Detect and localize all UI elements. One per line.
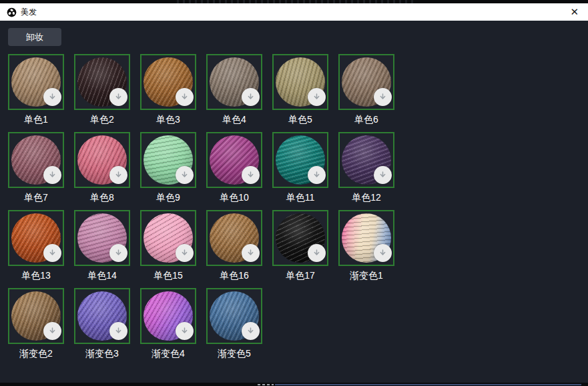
hair-color-swatch[interactable] (140, 210, 196, 266)
hair-color-label: 单色5 (272, 113, 328, 125)
hair-color-swatch[interactable] (74, 288, 130, 344)
hair-color-swatch[interactable] (74, 132, 130, 188)
download-icon[interactable] (109, 322, 127, 340)
hair-color-item: 单色10 (206, 132, 262, 203)
hair-color-label: 单色1 (8, 113, 64, 125)
hair-color-item: 单色14 (74, 210, 130, 281)
hair-color-label: 渐变色2 (8, 347, 64, 359)
remove-makeup-button[interactable]: 卸妆 (8, 28, 61, 46)
hair-color-swatch[interactable] (206, 54, 262, 110)
hair-color-item: 单色12 (338, 132, 394, 203)
hair-color-swatch[interactable] (140, 288, 196, 344)
hair-color-swatch[interactable] (8, 288, 64, 344)
close-icon[interactable]: ✕ (569, 3, 580, 21)
hair-color-swatch[interactable] (140, 54, 196, 110)
underlying-window-pixels (177, 0, 417, 3)
download-icon[interactable] (43, 166, 61, 184)
download-icon[interactable] (109, 88, 127, 106)
underlying-accent-line (275, 384, 581, 385)
hair-color-swatch[interactable] (140, 132, 196, 188)
hair-color-swatch[interactable] (74, 210, 130, 266)
hair-color-item: 单色1 (8, 54, 64, 125)
hair-color-label: 单色14 (74, 269, 130, 281)
hair-color-label: 渐变色1 (338, 269, 394, 281)
hair-color-label: 单色11 (272, 191, 328, 203)
hair-color-swatch[interactable] (272, 54, 328, 110)
hair-color-label: 单色2 (74, 113, 130, 125)
hair-color-item: 单色3 (140, 54, 196, 125)
hair-color-item: 渐变色2 (8, 288, 64, 359)
hair-color-swatch[interactable] (206, 210, 262, 266)
download-icon[interactable] (176, 322, 194, 340)
hair-color-item: 渐变色4 (140, 288, 196, 359)
download-icon[interactable] (374, 88, 392, 106)
hair-color-item: 单色17 (272, 210, 328, 281)
hair-color-swatch[interactable] (338, 210, 394, 266)
hair-color-label: 单色16 (206, 269, 262, 281)
hair-color-swatch[interactable] (206, 132, 262, 188)
download-icon[interactable] (43, 244, 61, 262)
hair-color-swatch[interactable] (206, 288, 262, 344)
hair-color-item: 单色9 (140, 132, 196, 203)
download-icon[interactable] (176, 88, 194, 106)
hair-color-swatch[interactable] (8, 54, 64, 110)
download-icon[interactable] (308, 88, 326, 106)
hair-color-label: 单色10 (206, 191, 262, 203)
hair-color-label: 单色8 (74, 191, 130, 203)
hair-color-item: 单色6 (338, 54, 394, 125)
hair-color-item: 单色4 (206, 54, 262, 125)
dialog-titlebar: 美发 ✕ (0, 3, 588, 21)
hair-color-swatch[interactable] (338, 54, 394, 110)
hair-color-item: 单色11 (272, 132, 328, 203)
download-icon[interactable] (109, 166, 127, 184)
download-icon[interactable] (308, 244, 326, 262)
hair-color-swatch[interactable] (74, 54, 130, 110)
hair-color-label: 单色15 (140, 269, 196, 281)
hair-color-item: 渐变色5 (206, 288, 262, 359)
hair-color-swatch[interactable] (338, 132, 394, 188)
hair-color-label: 单色3 (140, 113, 196, 125)
underlying-window-pixels (258, 384, 274, 385)
hair-color-label: 单色6 (338, 113, 394, 125)
hair-color-item: 单色2 (74, 54, 130, 125)
download-icon[interactable] (109, 244, 127, 262)
hair-color-item: 单色13 (8, 210, 64, 281)
download-icon[interactable] (242, 88, 260, 106)
hair-color-label: 渐变色3 (74, 347, 130, 359)
dialog-body: 卸妆 单色1 单色2 (0, 21, 588, 383)
download-icon[interactable] (43, 88, 61, 106)
hair-color-item: 单色5 (272, 54, 328, 125)
download-icon[interactable] (374, 166, 392, 184)
hair-color-label: 渐变色4 (140, 347, 196, 359)
hair-color-item: 渐变色3 (74, 288, 130, 359)
download-icon[interactable] (43, 322, 61, 340)
hair-color-swatch[interactable] (272, 132, 328, 188)
hair-color-label: 单色7 (8, 191, 64, 203)
hair-color-grid: 单色1 单色2 单色3 (8, 54, 394, 359)
download-icon[interactable] (308, 166, 326, 184)
hair-color-label: 单色4 (206, 113, 262, 125)
hair-color-swatch[interactable] (8, 210, 64, 266)
hair-color-item: 单色16 (206, 210, 262, 281)
hair-color-item: 单色7 (8, 132, 64, 203)
dialog-title: 美发 (21, 3, 37, 21)
hair-color-label: 单色13 (8, 269, 64, 281)
hair-color-swatch[interactable] (272, 210, 328, 266)
download-icon[interactable] (374, 244, 392, 262)
hair-style-dialog: 美发 ✕ 卸妆 单色1 单色2 (0, 0, 588, 386)
obs-logo-icon (7, 7, 17, 17)
hair-color-label: 单色9 (140, 191, 196, 203)
hair-color-item: 渐变色1 (338, 210, 394, 281)
hair-color-swatch[interactable] (8, 132, 64, 188)
hair-color-label: 渐变色5 (206, 347, 262, 359)
download-icon[interactable] (176, 166, 194, 184)
hair-color-label: 单色17 (272, 269, 328, 281)
hair-color-item: 单色8 (74, 132, 130, 203)
underlying-window-bottom (0, 383, 588, 386)
download-icon[interactable] (242, 244, 260, 262)
hair-color-label: 单色12 (338, 191, 394, 203)
download-icon[interactable] (176, 244, 194, 262)
underlying-window-top (0, 0, 588, 3)
download-icon[interactable] (242, 322, 260, 340)
download-icon[interactable] (242, 166, 260, 184)
